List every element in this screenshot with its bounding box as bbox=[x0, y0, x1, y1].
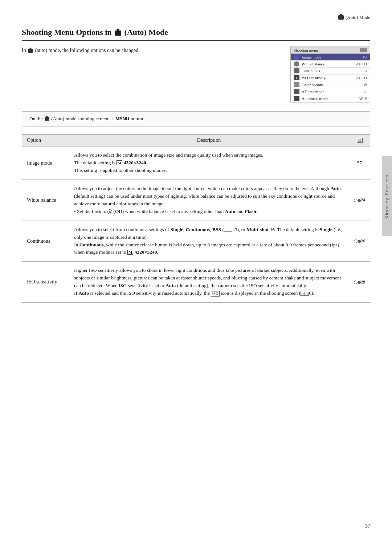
ref-white-balance: 24 bbox=[349, 180, 370, 221]
col-header-description: Description bbox=[69, 134, 349, 146]
image-mode-symbol: M bbox=[117, 160, 122, 165]
page-header: (Auto) Mode bbox=[22, 15, 370, 20]
menu-row-af: AF area mode ☺ bbox=[291, 88, 370, 95]
note-box: On the (Auto) mode shooting screen → MEN… bbox=[22, 111, 370, 126]
menu-icon-color bbox=[294, 82, 299, 87]
ref-symbol-cont: 26 bbox=[354, 238, 365, 243]
menu-label-cont: Continuous bbox=[302, 69, 363, 73]
menu-value-iso: AUTO bbox=[356, 76, 367, 80]
menu-value-af: ☺ bbox=[363, 89, 367, 94]
option-white-balance: White balance bbox=[22, 180, 69, 221]
menu-icon-cont bbox=[294, 68, 299, 73]
menu-label-af: AF area mode bbox=[302, 89, 361, 94]
menu-icon-afmode bbox=[294, 96, 299, 101]
note-camera-icon bbox=[45, 117, 49, 121]
title-camera-icon bbox=[115, 31, 121, 36]
menu-screenshot-title: Shooting menu bbox=[294, 48, 318, 52]
iso-display-icon: ISO bbox=[211, 291, 219, 297]
menu-title-row: Shooting menu bbox=[291, 47, 370, 54]
menu-value-cont: ▪ bbox=[366, 69, 367, 73]
intro-text: In (auto) mode, the following options ca… bbox=[22, 47, 276, 55]
menu-label-iso: ISO sensitivity bbox=[302, 76, 354, 80]
menu-label-color: Color options bbox=[302, 82, 362, 87]
sidebar-tab-label: Shooting Features bbox=[384, 174, 390, 218]
col-header-book: □ bbox=[349, 134, 370, 146]
desc-white-balance: Allows you to adjust the colors in the i… bbox=[69, 180, 349, 221]
menu-value-image: M• bbox=[363, 55, 367, 59]
desc-iso: Higher ISO sensitivity allows you to sho… bbox=[69, 262, 349, 303]
menu-label-wb: White balance bbox=[302, 62, 354, 66]
table-row: ISO sensitivity Higher ISO sensitivity a… bbox=[22, 262, 370, 303]
menu-screenshot: Shooting menu Image mode M• White balanc… bbox=[290, 47, 370, 102]
menu-icon-iso: Y bbox=[294, 75, 299, 80]
desc-image-mode: Allows you to select the combination of … bbox=[69, 146, 349, 180]
ref-symbol-iso: 28 bbox=[354, 279, 365, 285]
menu-row-image: Image mode M• bbox=[291, 54, 370, 61]
menu-value-color: ⊠ bbox=[364, 82, 367, 87]
page-title: Shooting Menu Options in (Auto) Mode bbox=[22, 28, 370, 41]
menu-icon-image bbox=[294, 55, 299, 60]
table-row: White balance Allows you to adjust the c… bbox=[22, 180, 370, 221]
menu-row-color: Color options ⊠ bbox=[291, 81, 370, 88]
table-row: Continuous Allows you to select from con… bbox=[22, 221, 370, 262]
menu-screenshot-icon bbox=[360, 48, 367, 52]
menu-value-wb: AUTO bbox=[356, 62, 367, 66]
intro-camera-icon bbox=[28, 49, 33, 53]
ref-iso: 28 bbox=[349, 262, 370, 303]
table-row: Image mode Allows you to select the comb… bbox=[22, 146, 370, 180]
cont-mode-symbol: M bbox=[127, 250, 133, 255]
camera-icon-header bbox=[338, 15, 344, 20]
ref-image-mode: 57 bbox=[349, 146, 370, 180]
option-image-mode: Image mode bbox=[22, 146, 69, 180]
page-number: 37 bbox=[365, 523, 370, 529]
option-continuous: Continuous bbox=[22, 221, 69, 262]
desc-continuous: Allows you to select from continuous set… bbox=[69, 221, 349, 262]
menu-icon-af bbox=[294, 89, 299, 94]
menu-label-afmode: Autofocus mode bbox=[302, 96, 356, 101]
menu-value-afmode: AF-S bbox=[358, 96, 367, 101]
menu-row-wb: White balance AUTO bbox=[291, 61, 370, 68]
header-title: (Auto) Mode bbox=[346, 15, 370, 20]
main-table: Option Description □ Image mode Allows y… bbox=[22, 134, 370, 303]
menu-row-afmode: Autofocus mode AF-S bbox=[291, 95, 370, 102]
menu-icon-wb bbox=[294, 61, 299, 67]
circle-off-icon: ✕ bbox=[107, 209, 112, 214]
menu-row-iso: Y ISO sensitivity AUTO bbox=[291, 74, 370, 81]
ref-symbol-wb: 24 bbox=[354, 197, 365, 202]
sidebar-tab: Shooting Features bbox=[382, 156, 392, 236]
intro-section: In (auto) mode, the following options ca… bbox=[22, 47, 370, 102]
menu-label-image: Image mode bbox=[302, 55, 360, 59]
ref-continuous: 26 bbox=[349, 221, 370, 262]
option-iso: ISO sensitivity bbox=[22, 262, 69, 303]
col-header-option: Option bbox=[22, 134, 69, 146]
menu-row-continuous: Continuous ▪ bbox=[291, 68, 370, 74]
